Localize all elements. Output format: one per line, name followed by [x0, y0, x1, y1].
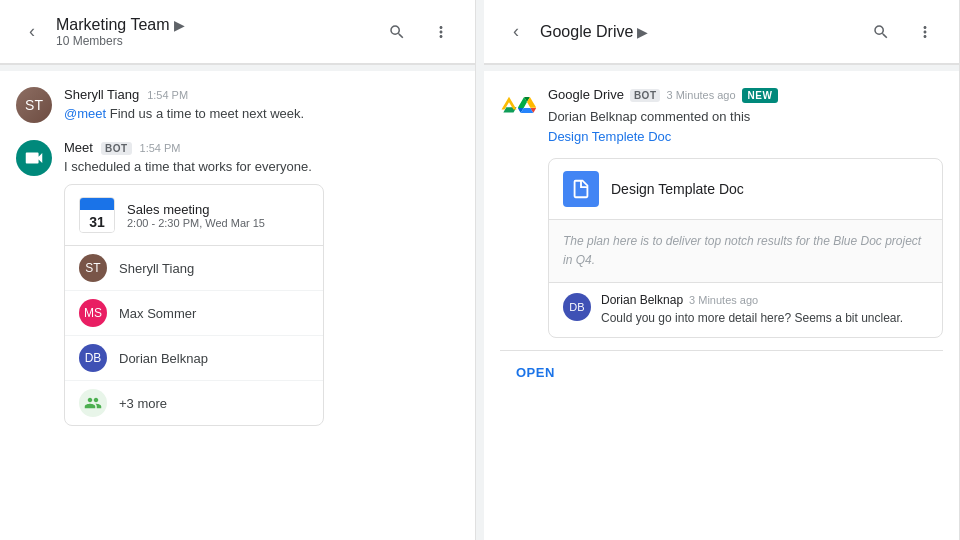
comment-avatar-dorian: DB	[563, 293, 591, 321]
attendee-more: +3 more	[65, 381, 323, 425]
calendar-icon: 31	[79, 197, 115, 233]
gdrive-logo-clean	[518, 91, 536, 119]
drive-message-row: Google Drive BOT 3 Minutes ago NEW Doria…	[500, 87, 943, 146]
doc-preview: The plan here is to deliver top notch re…	[549, 220, 942, 283]
avatar-meet	[16, 140, 52, 176]
attendee-max: MS Max Sommer	[65, 291, 323, 336]
left-title-group: Marketing Team ▶ 10 Members	[56, 16, 379, 48]
open-button-row: OPEN	[500, 350, 943, 393]
drive-message-header: Google Drive BOT 3 Minutes ago NEW	[548, 87, 943, 103]
drive-bot-badge: BOT	[630, 89, 661, 102]
new-badge: NEW	[742, 88, 779, 103]
gdrive-logo	[500, 91, 518, 119]
left-title: Marketing Team	[56, 16, 170, 34]
panel-divider	[476, 0, 484, 540]
group-icon	[84, 394, 102, 412]
left-header-actions	[379, 14, 459, 50]
docs-icon	[570, 178, 592, 200]
doc-icon	[563, 171, 599, 207]
message-text-meet: I scheduled a time that works for everyo…	[64, 157, 459, 177]
calendar-event-row: 31 Sales meeting 2:00 - 2:30 PM, Wed Mar…	[65, 185, 323, 246]
comment-text: Could you go into more detail here? Seem…	[601, 309, 928, 327]
left-title-row: Marketing Team ▶	[56, 16, 379, 34]
calendar-event-time: 2:00 - 2:30 PM, Wed Mar 15	[127, 217, 309, 229]
message-sheryll-header: Sheryll Tiang 1:54 PM	[64, 87, 459, 102]
left-search-button[interactable]	[379, 14, 415, 50]
right-title-row: Google Drive ▶	[540, 23, 863, 41]
right-title: Google Drive	[540, 23, 633, 41]
message-time-sheryll: 1:54 PM	[147, 89, 188, 101]
attendee-avatar-max: MS	[79, 299, 107, 327]
right-panel: ‹ Google Drive ▶	[484, 0, 960, 540]
more-vert-icon	[432, 23, 450, 41]
right-back-button[interactable]: ‹	[500, 16, 532, 48]
drive-notification: Google Drive BOT 3 Minutes ago NEW Doria…	[484, 71, 959, 540]
left-body: ST Sheryll Tiang 1:54 PM @meet Find us a…	[0, 71, 475, 540]
bot-badge-meet: BOT	[101, 142, 132, 155]
attendee-sheryll: ST Sheryll Tiang	[65, 246, 323, 291]
message-meet-header: Meet BOT 1:54 PM	[64, 140, 459, 155]
comment-content: Dorian Belknap 3 Minutes ago Could you g…	[601, 293, 928, 327]
message-meet-content: Meet BOT 1:54 PM I scheduled a time that…	[64, 140, 459, 427]
drive-description: Dorian Belknap commented on this Design …	[548, 107, 943, 146]
right-search-button[interactable]	[863, 14, 899, 50]
message-meet: Meet BOT 1:54 PM I scheduled a time that…	[16, 140, 459, 427]
right-title-group: Google Drive ▶	[540, 23, 863, 41]
attendee-avatar-dorian: DB	[79, 344, 107, 372]
search-icon	[388, 23, 406, 41]
right-header-actions	[863, 14, 943, 50]
left-more-button[interactable]	[423, 14, 459, 50]
left-subtitle: 10 Members	[56, 34, 379, 48]
comment-header: Dorian Belknap 3 Minutes ago	[601, 293, 928, 307]
attendee-name-sheryll: Sheryll Tiang	[119, 261, 194, 276]
sender-name-sheryll: Sheryll Tiang	[64, 87, 139, 102]
meet-icon	[23, 147, 45, 169]
calendar-event-info: Sales meeting 2:00 - 2:30 PM, Wed Mar 15	[127, 202, 309, 229]
attendee-avatar-sheryll: ST	[79, 254, 107, 282]
search-icon-right	[872, 23, 890, 41]
right-header: ‹ Google Drive ▶	[484, 0, 959, 64]
avatar-sheryll: ST	[16, 87, 52, 123]
drive-doc-link[interactable]: Design Templete Doc	[548, 129, 671, 144]
right-title-arrow-icon: ▶	[637, 24, 648, 40]
open-button[interactable]: OPEN	[516, 365, 555, 380]
attendee-name-dorian: Dorian Belknap	[119, 351, 208, 366]
drive-notification-time: 3 Minutes ago	[666, 89, 735, 101]
comment-row: DB Dorian Belknap 3 Minutes ago Could yo…	[549, 283, 942, 337]
drive-message-content: Google Drive BOT 3 Minutes ago NEW Doria…	[548, 87, 943, 146]
mention-meet[interactable]: @meet	[64, 106, 106, 121]
message-text-sheryll: @meet Find us a time to meet next week.	[64, 104, 459, 124]
right-more-button[interactable]	[907, 14, 943, 50]
comment-time: 3 Minutes ago	[689, 294, 758, 306]
comment-author: Dorian Belknap	[601, 293, 683, 307]
calendar-event-title: Sales meeting	[127, 202, 309, 217]
message-sheryll-content: Sheryll Tiang 1:54 PM @meet Find us a ti…	[64, 87, 459, 124]
left-title-arrow-icon: ▶	[174, 17, 185, 33]
message-sheryll: ST Sheryll Tiang 1:54 PM @meet Find us a…	[16, 87, 459, 124]
google-drive-icon	[500, 87, 536, 123]
sender-name-meet: Meet	[64, 140, 93, 155]
left-panel: ‹ Marketing Team ▶ 10 Members ST	[0, 0, 476, 540]
doc-card[interactable]: Design Template Doc The plan here is to …	[548, 158, 943, 338]
doc-card-header: Design Template Doc	[549, 159, 942, 220]
left-header: ‹ Marketing Team ▶ 10 Members	[0, 0, 475, 64]
left-back-button[interactable]: ‹	[16, 16, 48, 48]
attendee-dorian: DB Dorian Belknap	[65, 336, 323, 381]
doc-title: Design Template Doc	[611, 181, 744, 197]
drive-sender-name: Google Drive	[548, 87, 624, 102]
message-time-meet: 1:54 PM	[140, 142, 181, 154]
more-attendees-icon	[79, 389, 107, 417]
more-vert-icon-right	[916, 23, 934, 41]
calendar-card[interactable]: 31 Sales meeting 2:00 - 2:30 PM, Wed Mar…	[64, 184, 324, 426]
doc-preview-text: The plan here is to deliver top notch re…	[563, 232, 928, 270]
attendee-more-label: +3 more	[119, 396, 167, 411]
attendee-name-max: Max Sommer	[119, 306, 196, 321]
